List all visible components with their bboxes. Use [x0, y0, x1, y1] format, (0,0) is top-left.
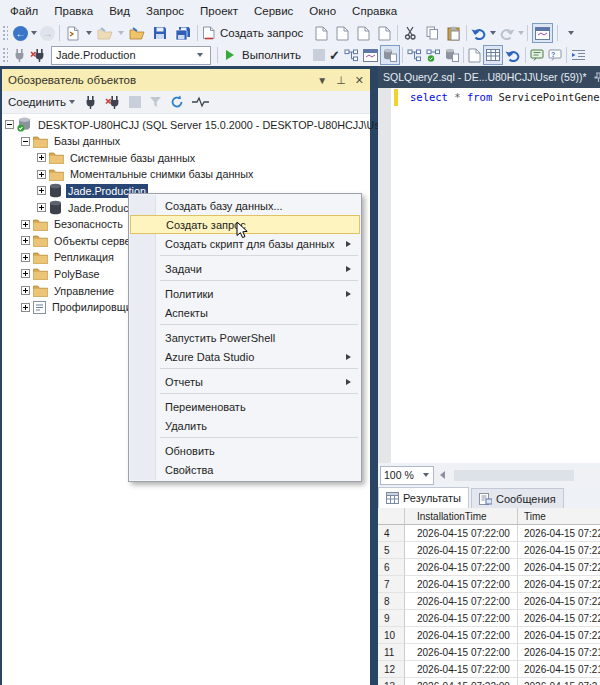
- results-tab-1[interactable]: Результаты: [378, 487, 469, 508]
- expand-icon[interactable]: [21, 253, 30, 262]
- dax-query-icon[interactable]: [374, 23, 395, 43]
- cell-installation-time[interactable]: 2026-04-15 07:22:00: [405, 644, 518, 661]
- live-query-stats-button[interactable]: [424, 45, 443, 65]
- cell-time[interactable]: 2026-04-15 07:22:: [518, 542, 600, 559]
- cell-installation-time[interactable]: 2026-04-15 07:22:00: [405, 593, 518, 610]
- grid-row[interactable]: 72026-04-15 07:22:002026-04-15 07:22:: [378, 576, 600, 593]
- tree-node[interactable]: Системные базы данных: [37, 149, 197, 166]
- menu-item-2[interactable]: Правка: [46, 1, 101, 21]
- connect-dropdown[interactable]: Соединить: [8, 96, 66, 108]
- collapse-icon[interactable]: [5, 120, 14, 129]
- chevron-down-icon[interactable]: [490, 31, 496, 35]
- menu-item-8[interactable]: Справка: [344, 1, 405, 21]
- cell-time[interactable]: 2026-04-15 07:22:: [518, 559, 600, 576]
- menu-item-3[interactable]: Вид: [101, 1, 138, 21]
- context-menu-item[interactable]: Переименовать: [130, 397, 360, 416]
- tree-node[interactable]: Безопасность: [21, 216, 125, 233]
- cell-installation-time[interactable]: 2026-04-15 07:22:00: [405, 542, 518, 559]
- pin-icon[interactable]: [594, 72, 600, 83]
- grid-row[interactable]: 112026-04-15 07:22:002026-04-15 07:21:: [378, 644, 600, 661]
- save-button[interactable]: [149, 23, 171, 43]
- context-menu-item[interactable]: Аспекты: [130, 303, 360, 322]
- grid-row[interactable]: 82026-04-15 07:22:002026-04-15 07:22:: [378, 593, 600, 610]
- horizontal-scrollbar[interactable]: [438, 468, 600, 483]
- cell-time[interactable]: 2026-04-15 07:22:: [518, 627, 600, 644]
- context-menu-item[interactable]: Политики: [130, 284, 360, 303]
- grid-corner-cell[interactable]: [378, 508, 405, 525]
- row-number[interactable]: 10: [378, 627, 405, 644]
- context-menu-item[interactable]: Запустить PowerShell: [130, 328, 360, 347]
- menu-item-1[interactable]: Файл: [2, 1, 46, 21]
- zoom-combobox[interactable]: 100 %: [380, 466, 434, 485]
- expand-icon[interactable]: [37, 186, 46, 195]
- filter-icon[interactable]: [149, 96, 162, 108]
- expand-icon[interactable]: [21, 303, 30, 312]
- chevron-down-icon[interactable]: [86, 31, 92, 35]
- chevron-down-icon[interactable]: [118, 31, 124, 35]
- results-tab-2[interactable]: Сообщения: [471, 488, 564, 508]
- connect-plug-icon[interactable]: [84, 95, 97, 110]
- context-menu-item[interactable]: Создать базу данных...: [130, 196, 360, 215]
- cell-time[interactable]: 2026-04-15 07:22:: [518, 576, 600, 593]
- context-menu-item[interactable]: Свойства: [130, 460, 360, 479]
- execute-button[interactable]: Выполнить: [224, 45, 307, 65]
- disconnect-plug-icon[interactable]: [105, 95, 121, 110]
- context-menu-item[interactable]: Обновить: [130, 441, 360, 460]
- expand-icon[interactable]: [21, 220, 30, 229]
- new-query-button[interactable]: Создать запрос: [200, 23, 309, 43]
- scroll-left-icon[interactable]: [440, 471, 445, 479]
- results-to-text-button[interactable]: [466, 45, 483, 65]
- row-number[interactable]: 5: [378, 542, 405, 559]
- stop-icon[interactable]: [129, 96, 141, 108]
- pin-icon[interactable]: ⊥: [336, 74, 346, 87]
- toolbar-overflow-icon[interactable]: [568, 31, 574, 35]
- database-combobox[interactable]: Jade.Production: [51, 46, 211, 65]
- cell-installation-time[interactable]: 2026-04-15 07:22:00: [405, 627, 518, 644]
- row-number[interactable]: 8: [378, 593, 405, 610]
- query-options-button[interactable]: [361, 45, 380, 65]
- context-menu-item[interactable]: Azure Data Studio: [130, 347, 360, 366]
- tree-node[interactable]: Профилировщик: [21, 299, 138, 316]
- grid-row[interactable]: 92026-04-15 07:22:002026-04-15 07:22:: [378, 610, 600, 627]
- expand-icon[interactable]: [21, 236, 30, 245]
- indent-button[interactable]: [569, 45, 588, 65]
- context-menu-item[interactable]: Удалить: [130, 416, 360, 435]
- activity-icon[interactable]: [192, 96, 209, 108]
- open-file-button[interactable]: [93, 23, 117, 43]
- tree-node[interactable]: DESKTOP-U80HCJJ (SQL Server 15.0.2000 - …: [5, 116, 395, 133]
- cell-installation-time[interactable]: 2026-04-15 07:22:00: [405, 525, 518, 542]
- include-actual-plan-button[interactable]: [405, 45, 424, 65]
- tree-node[interactable]: Репликация: [21, 249, 116, 266]
- grid-row[interactable]: 122026-04-15 07:22:002026-04-15 07:21:: [378, 661, 600, 678]
- context-menu-item[interactable]: Задачи: [130, 259, 360, 278]
- cell-installation-time[interactable]: 2026-04-15 07:22:00: [405, 610, 518, 627]
- chevron-down-icon[interactable]: [518, 31, 524, 35]
- sql-editor[interactable]: select * from ServicePointGene: [378, 88, 600, 463]
- toolbar-grip[interactable]: [2, 47, 8, 63]
- tree-node[interactable]: Объекты сервера: [21, 232, 145, 249]
- connect-icon[interactable]: [11, 45, 28, 65]
- expand-icon[interactable]: [21, 269, 30, 278]
- tree-node[interactable]: Управление: [21, 282, 116, 299]
- cancel-query-icon[interactable]: [311, 45, 327, 65]
- row-number[interactable]: 6: [378, 559, 405, 576]
- parse-button[interactable]: ✓: [327, 45, 342, 65]
- grid-row[interactable]: 42026-04-15 07:22:002026-04-15 07:22:: [378, 525, 600, 542]
- cell-time[interactable]: 2026-04-15 07:21:: [518, 644, 600, 661]
- mdx-query-icon[interactable]: [311, 23, 332, 43]
- menu-item-4[interactable]: Запрос: [138, 1, 192, 21]
- cut-button[interactable]: [400, 23, 422, 43]
- close-icon[interactable]: ✕: [355, 74, 364, 87]
- refresh-icon[interactable]: [170, 95, 184, 109]
- scrollbar-thumb[interactable]: [454, 470, 574, 481]
- expand-icon[interactable]: [37, 153, 46, 162]
- intellisense-button[interactable]: [380, 45, 400, 65]
- menu-item-6[interactable]: Сервис: [246, 1, 301, 21]
- cell-installation-time[interactable]: 2026-04-15 07:22:00: [405, 559, 518, 576]
- expand-icon[interactable]: [37, 170, 46, 179]
- row-number[interactable]: 9: [378, 610, 405, 627]
- save-all-button[interactable]: [171, 23, 195, 43]
- new-query-file-button[interactable]: [62, 23, 85, 43]
- row-number[interactable]: 4: [378, 525, 405, 542]
- cell-installation-time[interactable]: 2026-04-15 07:22:00: [405, 678, 518, 685]
